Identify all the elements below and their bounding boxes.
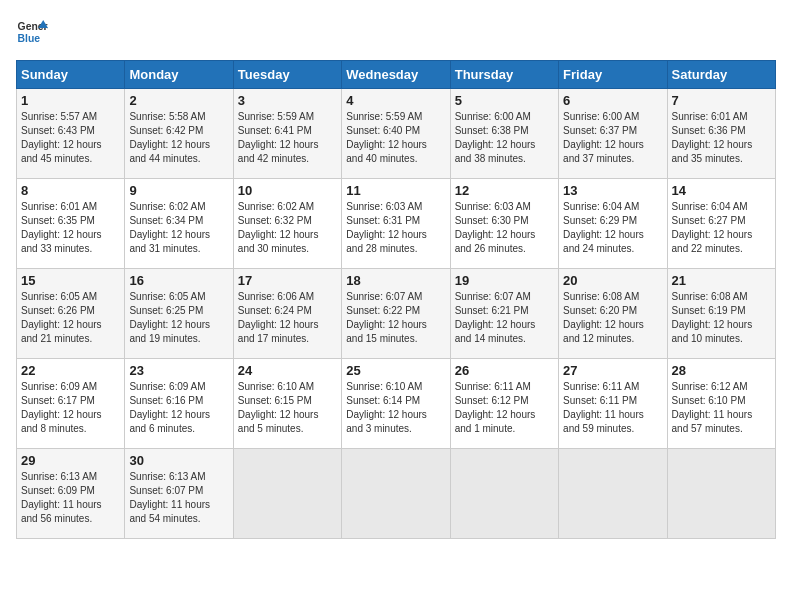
sunset-text: Sunset: 6:40 PM <box>346 124 445 138</box>
sunset-text: Sunset: 6:34 PM <box>129 214 228 228</box>
sunrise-text: Sunrise: 6:09 AM <box>21 380 120 394</box>
daylight-text: Daylight: 12 hours and 1 minute. <box>455 408 554 436</box>
calendar-cell: 4 Sunrise: 5:59 AM Sunset: 6:40 PM Dayli… <box>342 89 450 179</box>
sunset-text: Sunset: 6:36 PM <box>672 124 771 138</box>
calendar-cell: 6 Sunrise: 6:00 AM Sunset: 6:37 PM Dayli… <box>559 89 667 179</box>
page-header: General Blue <box>16 16 776 48</box>
calendar-cell: 14 Sunrise: 6:04 AM Sunset: 6:27 PM Dayl… <box>667 179 775 269</box>
sunrise-text: Sunrise: 6:07 AM <box>455 290 554 304</box>
day-info: Sunrise: 5:58 AM Sunset: 6:42 PM Dayligh… <box>129 110 228 166</box>
calendar-cell: 2 Sunrise: 5:58 AM Sunset: 6:42 PM Dayli… <box>125 89 233 179</box>
day-info: Sunrise: 6:08 AM Sunset: 6:20 PM Dayligh… <box>563 290 662 346</box>
calendar-cell: 24 Sunrise: 6:10 AM Sunset: 6:15 PM Dayl… <box>233 359 341 449</box>
day-info: Sunrise: 5:59 AM Sunset: 6:40 PM Dayligh… <box>346 110 445 166</box>
calendar-cell: 10 Sunrise: 6:02 AM Sunset: 6:32 PM Dayl… <box>233 179 341 269</box>
day-info: Sunrise: 6:05 AM Sunset: 6:25 PM Dayligh… <box>129 290 228 346</box>
daylight-text: Daylight: 12 hours and 45 minutes. <box>21 138 120 166</box>
sunrise-text: Sunrise: 6:04 AM <box>672 200 771 214</box>
sunrise-text: Sunrise: 6:08 AM <box>672 290 771 304</box>
day-info: Sunrise: 5:57 AM Sunset: 6:43 PM Dayligh… <box>21 110 120 166</box>
sunrise-text: Sunrise: 6:10 AM <box>238 380 337 394</box>
sunset-text: Sunset: 6:30 PM <box>455 214 554 228</box>
sunset-text: Sunset: 6:38 PM <box>455 124 554 138</box>
day-number: 1 <box>21 93 120 108</box>
calendar-cell: 29 Sunrise: 6:13 AM Sunset: 6:09 PM Dayl… <box>17 449 125 539</box>
day-number: 26 <box>455 363 554 378</box>
daylight-text: Daylight: 11 hours and 56 minutes. <box>21 498 120 526</box>
daylight-text: Daylight: 12 hours and 35 minutes. <box>672 138 771 166</box>
column-header-tuesday: Tuesday <box>233 61 341 89</box>
sunrise-text: Sunrise: 6:09 AM <box>129 380 228 394</box>
calendar-cell: 13 Sunrise: 6:04 AM Sunset: 6:29 PM Dayl… <box>559 179 667 269</box>
day-number: 14 <box>672 183 771 198</box>
day-number: 21 <box>672 273 771 288</box>
daylight-text: Daylight: 11 hours and 57 minutes. <box>672 408 771 436</box>
sunrise-text: Sunrise: 6:01 AM <box>21 200 120 214</box>
day-number: 2 <box>129 93 228 108</box>
calendar-cell: 27 Sunrise: 6:11 AM Sunset: 6:11 PM Dayl… <box>559 359 667 449</box>
day-info: Sunrise: 6:05 AM Sunset: 6:26 PM Dayligh… <box>21 290 120 346</box>
sunset-text: Sunset: 6:15 PM <box>238 394 337 408</box>
day-number: 12 <box>455 183 554 198</box>
column-header-thursday: Thursday <box>450 61 558 89</box>
day-number: 30 <box>129 453 228 468</box>
calendar-cell: 3 Sunrise: 5:59 AM Sunset: 6:41 PM Dayli… <box>233 89 341 179</box>
daylight-text: Daylight: 12 hours and 5 minutes. <box>238 408 337 436</box>
day-info: Sunrise: 6:11 AM Sunset: 6:12 PM Dayligh… <box>455 380 554 436</box>
sunrise-text: Sunrise: 6:02 AM <box>238 200 337 214</box>
sunset-text: Sunset: 6:41 PM <box>238 124 337 138</box>
day-info: Sunrise: 6:07 AM Sunset: 6:21 PM Dayligh… <box>455 290 554 346</box>
sunrise-text: Sunrise: 6:10 AM <box>346 380 445 394</box>
daylight-text: Daylight: 12 hours and 38 minutes. <box>455 138 554 166</box>
day-info: Sunrise: 6:03 AM Sunset: 6:31 PM Dayligh… <box>346 200 445 256</box>
logo: General Blue <box>16 16 48 48</box>
day-number: 15 <box>21 273 120 288</box>
day-number: 4 <box>346 93 445 108</box>
daylight-text: Daylight: 12 hours and 28 minutes. <box>346 228 445 256</box>
daylight-text: Daylight: 12 hours and 33 minutes. <box>21 228 120 256</box>
sunset-text: Sunset: 6:09 PM <box>21 484 120 498</box>
calendar-table: SundayMondayTuesdayWednesdayThursdayFrid… <box>16 60 776 539</box>
sunset-text: Sunset: 6:07 PM <box>129 484 228 498</box>
day-number: 22 <box>21 363 120 378</box>
day-info: Sunrise: 5:59 AM Sunset: 6:41 PM Dayligh… <box>238 110 337 166</box>
sunrise-text: Sunrise: 6:11 AM <box>563 380 662 394</box>
calendar-cell <box>450 449 558 539</box>
day-number: 16 <box>129 273 228 288</box>
sunset-text: Sunset: 6:31 PM <box>346 214 445 228</box>
day-number: 27 <box>563 363 662 378</box>
sunset-text: Sunset: 6:32 PM <box>238 214 337 228</box>
sunset-text: Sunset: 6:12 PM <box>455 394 554 408</box>
daylight-text: Daylight: 12 hours and 15 minutes. <box>346 318 445 346</box>
calendar-cell: 22 Sunrise: 6:09 AM Sunset: 6:17 PM Dayl… <box>17 359 125 449</box>
daylight-text: Daylight: 12 hours and 17 minutes. <box>238 318 337 346</box>
sunset-text: Sunset: 6:37 PM <box>563 124 662 138</box>
day-info: Sunrise: 6:08 AM Sunset: 6:19 PM Dayligh… <box>672 290 771 346</box>
day-number: 20 <box>563 273 662 288</box>
day-number: 7 <box>672 93 771 108</box>
day-number: 23 <box>129 363 228 378</box>
day-number: 6 <box>563 93 662 108</box>
day-number: 29 <box>21 453 120 468</box>
day-info: Sunrise: 6:10 AM Sunset: 6:14 PM Dayligh… <box>346 380 445 436</box>
day-number: 25 <box>346 363 445 378</box>
daylight-text: Daylight: 12 hours and 8 minutes. <box>21 408 120 436</box>
sunset-text: Sunset: 6:43 PM <box>21 124 120 138</box>
column-header-sunday: Sunday <box>17 61 125 89</box>
column-header-saturday: Saturday <box>667 61 775 89</box>
sunrise-text: Sunrise: 6:04 AM <box>563 200 662 214</box>
calendar-cell: 23 Sunrise: 6:09 AM Sunset: 6:16 PM Dayl… <box>125 359 233 449</box>
calendar-cell: 5 Sunrise: 6:00 AM Sunset: 6:38 PM Dayli… <box>450 89 558 179</box>
day-number: 13 <box>563 183 662 198</box>
calendar-cell: 19 Sunrise: 6:07 AM Sunset: 6:21 PM Dayl… <box>450 269 558 359</box>
daylight-text: Daylight: 12 hours and 40 minutes. <box>346 138 445 166</box>
sunset-text: Sunset: 6:42 PM <box>129 124 228 138</box>
calendar-cell: 15 Sunrise: 6:05 AM Sunset: 6:26 PM Dayl… <box>17 269 125 359</box>
sunset-text: Sunset: 6:11 PM <box>563 394 662 408</box>
daylight-text: Daylight: 12 hours and 6 minutes. <box>129 408 228 436</box>
calendar-cell: 7 Sunrise: 6:01 AM Sunset: 6:36 PM Dayli… <box>667 89 775 179</box>
day-number: 28 <box>672 363 771 378</box>
sunset-text: Sunset: 6:17 PM <box>21 394 120 408</box>
calendar-cell: 12 Sunrise: 6:03 AM Sunset: 6:30 PM Dayl… <box>450 179 558 269</box>
svg-text:Blue: Blue <box>18 33 41 44</box>
